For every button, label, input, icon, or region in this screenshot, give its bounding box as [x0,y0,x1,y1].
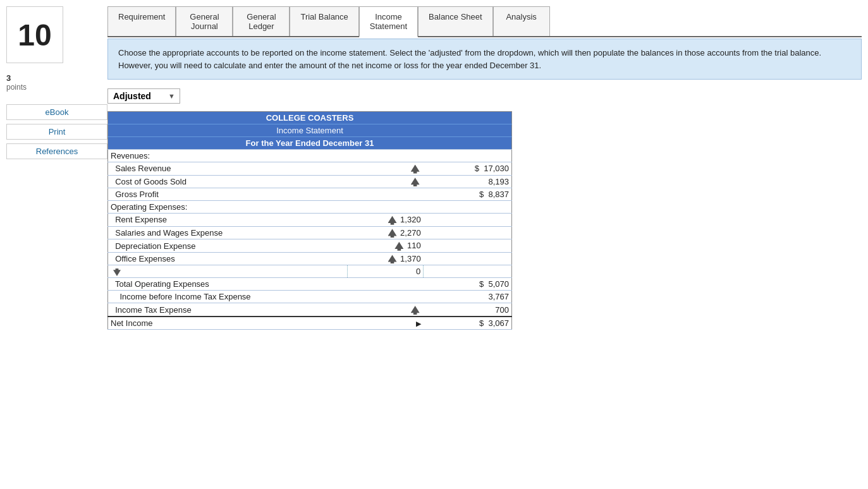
salaries-arrow [388,229,397,238]
gross-profit-row: Gross Profit $ 8,837 [108,188,512,201]
adjusted-dropdown[interactable]: Adjusted Unadjusted [107,88,180,104]
problem-number: 10 [6,6,63,63]
points-label: points [6,83,107,92]
cogs-label: Cost of Goods Sold [108,175,348,188]
office-expenses-label: Office Expenses [108,252,348,265]
op-expenses-label: Operating Expenses: [108,201,348,214]
net-income-row: Net Income ▶ $ 3,067 [108,317,512,330]
points-count: 3 [6,73,107,83]
company-name: COLLEGE COASTERS [108,112,512,124]
income-tax-row: Income Tax Expense 700 [108,303,512,317]
income-before-tax-label: Income before Income Tax Expense [108,291,348,303]
rent-arrow [388,216,397,225]
dropdown-down-arrow-icon [113,269,121,276]
ebook-link[interactable]: eBook [6,104,107,120]
rent-expense-row: Rent Expense 1,320 [108,214,512,227]
gross-profit-dollar: $ [479,190,484,199]
statement-period: For the Year Ended December 31 [108,137,512,150]
office-expenses-row: Office Expenses 1,370 [108,252,512,265]
total-op-dollar: $ [479,279,484,289]
tab-income-statement[interactable]: Income Statement [359,6,418,37]
references-link[interactable]: References [6,143,107,159]
cogs-row: Cost of Goods Sold 8,193 [108,175,512,188]
tab-analysis[interactable]: Analysis [493,6,550,36]
salaries-row: Salaries and Wages Expense 2,270 [108,226,512,239]
tab-general-journal[interactable]: General Journal [176,6,233,36]
gross-profit-label: Gross Profit [108,188,348,201]
tab-bar: Requirement General Journal General Ledg… [107,6,862,37]
dropdown-input-row[interactable]: 0 [108,265,512,278]
statement-title: Income Statement [108,124,512,137]
net-income-dollar: $ [479,318,484,328]
net-income-label: Net Income [108,317,348,330]
print-link[interactable]: Print [6,124,107,140]
revenues-label-row: Revenues: [108,150,512,162]
income-tax-arrow [411,306,420,315]
tab-trial-balance[interactable]: Trial Balance [290,6,358,36]
net-income-marker: ▶ [416,320,421,327]
salaries-label: Salaries and Wages Expense [108,226,348,239]
rent-expense-label: Rent Expense [108,214,348,227]
tab-balance-sheet[interactable]: Balance Sheet [418,6,493,36]
revenues-label: Revenues: [108,150,348,162]
income-tax-label: Income Tax Expense [108,303,348,317]
depreciation-row: Depreciation Expense 110 [108,239,512,253]
sales-revenue-arrow [411,165,420,174]
dropdown-row: Adjusted Unadjusted [107,88,862,104]
sales-revenue-dollar: $ [475,164,479,173]
sales-revenue-row: Sales Revenue $ 17,030 [108,162,512,176]
sales-revenue-label: Sales Revenue [108,162,348,176]
total-op-expenses-row: Total Operating Expenses $ 5,070 [108,278,512,291]
total-op-expenses-label: Total Operating Expenses [108,278,348,291]
tab-general-ledger[interactable]: General Ledger [233,6,290,36]
cogs-arrow [411,178,420,186]
depreciation-arrow [394,242,403,251]
tab-requirement[interactable]: Requirement [107,6,176,36]
income-statement-table: COLLEGE COASTERS Income Statement For th… [107,111,512,330]
office-expenses-arrow [388,255,397,263]
instruction-box: Choose the appropriate accounts to be re… [107,39,862,80]
depreciation-label: Depreciation Expense [108,239,348,253]
income-before-tax-row: Income before Income Tax Expense 3,767 [108,291,512,303]
op-expenses-label-row: Operating Expenses: [108,201,512,214]
